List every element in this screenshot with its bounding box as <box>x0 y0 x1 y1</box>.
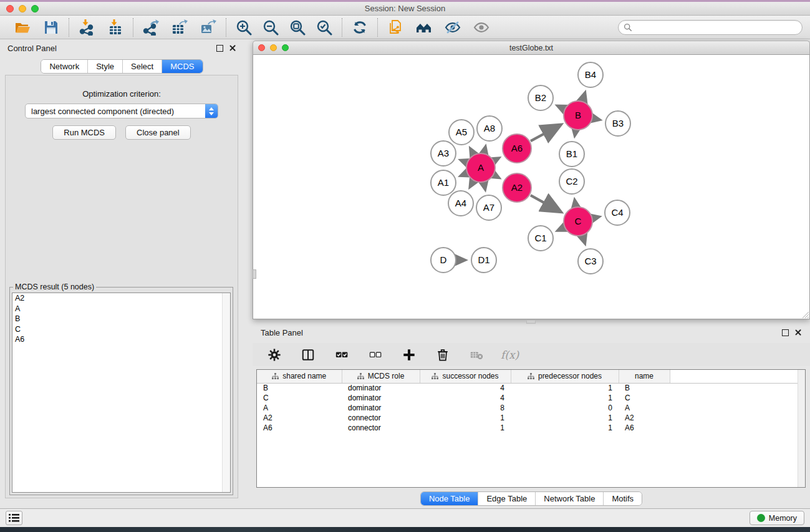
mcds-result-item[interactable]: C <box>12 324 230 335</box>
graph-node-A7[interactable]: A7 <box>476 195 501 220</box>
function-builder-button[interactable]: f(x) <box>501 349 519 361</box>
node-table[interactable]: shared nameMCDS rolesuccessor nodesprede… <box>256 369 806 488</box>
import-network-button[interactable] <box>77 18 96 37</box>
run-mcds-button[interactable]: Run MCDS <box>52 125 116 140</box>
table-cell[interactable]: 1 <box>420 413 511 423</box>
tab-edge-table[interactable]: Edge Table <box>478 492 536 505</box>
horizontal-scrollbar-thumb[interactable] <box>526 320 536 324</box>
memory-status-button[interactable]: Memory <box>750 511 804 525</box>
vertical-scrollbar-thumb[interactable] <box>253 269 256 279</box>
mcds-result-list[interactable]: A2ABCA6 <box>12 293 231 493</box>
global-search-field[interactable] <box>618 20 803 35</box>
tab-network-table[interactable]: Network Table <box>536 492 604 505</box>
network-canvas[interactable]: B4B2BB3A5A8A6B1A3AC2A1A2A4A7C4CC1C3DD1 <box>253 55 810 319</box>
graph-node-B3[interactable]: B3 <box>605 111 630 136</box>
graph-edge-C-C4[interactable] <box>593 216 599 218</box>
table-cell[interactable]: 1 <box>511 413 619 423</box>
graph-node-C2[interactable]: C2 <box>559 169 584 194</box>
scrollbar-track[interactable] <box>798 370 805 487</box>
table-cell[interactable]: C <box>619 393 670 403</box>
graph-node-C4[interactable]: C4 <box>605 200 630 225</box>
graph-node-D1[interactable]: D1 <box>471 248 496 273</box>
graph-edge-A-A1[interactable] <box>460 173 466 176</box>
graph-node-D[interactable]: D <box>431 248 456 273</box>
graph-edge-A-A2[interactable] <box>494 175 499 178</box>
apply-layout-button[interactable] <box>350 18 369 37</box>
graph-edge-A6-B[interactable] <box>531 125 561 141</box>
table-row[interactable]: A6connector11A6 <box>257 423 801 433</box>
mcds-result-item[interactable]: A6 <box>12 334 230 345</box>
graph-edge-A-A8[interactable] <box>484 146 485 152</box>
delete-table-button[interactable] <box>467 346 486 364</box>
graph-node-A5[interactable]: A5 <box>449 120 474 145</box>
window-resize-grip[interactable] <box>801 310 809 318</box>
graph-node-A[interactable]: A <box>466 153 495 182</box>
deselect-all-button[interactable] <box>366 346 385 364</box>
table-cell[interactable]: 1 <box>511 383 619 393</box>
graph-edge-A-A5[interactable] <box>470 148 473 154</box>
close-panel-icon[interactable] <box>229 44 236 52</box>
export-table-button[interactable] <box>170 18 189 37</box>
graph-edge-A-A6[interactable] <box>494 158 499 160</box>
tab-network[interactable]: Network <box>41 60 88 73</box>
network-graph[interactable]: B4B2BB3A5A8A6B1A3AC2A1A2A4A7C4CC1C3DD1 <box>253 55 809 319</box>
tab-node-table[interactable]: Node Table <box>421 492 479 505</box>
table-cell[interactable]: A <box>619 403 670 413</box>
graph-node-C[interactable]: C <box>564 207 592 236</box>
graph-edge-B-B1[interactable] <box>575 131 576 137</box>
task-history-button[interactable] <box>6 511 22 525</box>
export-network-button[interactable] <box>142 18 160 37</box>
graph-node-C3[interactable]: C3 <box>578 249 603 274</box>
table-cell[interactable]: B <box>619 383 670 393</box>
graph-edge-A-A4[interactable] <box>470 181 473 188</box>
tab-mcds[interactable]: MCDS <box>162 60 202 73</box>
graph-edge-B-B3[interactable] <box>593 118 600 120</box>
table-cell[interactable]: A <box>257 403 342 413</box>
tab-select[interactable]: Select <box>123 60 162 73</box>
open-file-button[interactable] <box>13 18 32 37</box>
graph-node-A4[interactable]: A4 <box>448 191 473 216</box>
split-columns-button[interactable] <box>299 346 317 364</box>
import-table-button[interactable] <box>106 18 125 37</box>
column-header-shared-name[interactable]: shared name <box>257 370 342 383</box>
zoom-in-button[interactable] <box>234 18 253 37</box>
graph-node-B2[interactable]: B2 <box>528 85 553 110</box>
table-cell[interactable]: connector <box>342 423 420 433</box>
network-window-titlebar[interactable]: testGlobe.txt <box>253 41 810 55</box>
zoom-out-button[interactable] <box>261 18 280 37</box>
graph-node-B1[interactable]: B1 <box>559 142 584 167</box>
table-row[interactable]: Bdominator41B <box>257 383 801 393</box>
graph-node-A6[interactable]: A6 <box>503 134 531 163</box>
graph-node-C1[interactable]: C1 <box>528 226 553 251</box>
mcds-result-item[interactable]: A2 <box>12 293 230 304</box>
zoom-fit-button[interactable] <box>288 18 307 37</box>
zoom-selected-button[interactable] <box>315 18 334 37</box>
export-image-button[interactable] <box>199 18 218 37</box>
graph-node-A1[interactable]: A1 <box>431 170 456 195</box>
graph-edge-C-C2[interactable] <box>574 200 576 206</box>
show-all-button[interactable] <box>472 18 491 37</box>
graph-edge-A-A3[interactable] <box>460 160 466 162</box>
column-header-successor-nodes[interactable]: successor nodes <box>420 370 511 383</box>
mcds-result-item[interactable]: A <box>12 304 230 314</box>
tab-motifs[interactable]: Motifs <box>604 492 642 505</box>
table-row[interactable]: A2connector11A2 <box>257 413 801 423</box>
column-header-predecessor-nodes[interactable]: predecessor nodes <box>511 370 619 383</box>
table-cell[interactable]: 0 <box>511 403 619 413</box>
float-panel-icon[interactable] <box>216 45 223 52</box>
new-network-button[interactable] <box>386 18 405 37</box>
column-header-name[interactable]: name <box>619 370 670 383</box>
table-cell[interactable]: B <box>257 383 342 393</box>
graph-node-B[interactable]: B <box>564 101 592 130</box>
hide-selected-button[interactable] <box>443 18 462 37</box>
table-row[interactable]: Cdominator41C <box>257 393 801 403</box>
close-table-panel-icon[interactable] <box>794 329 802 336</box>
table-cell[interactable]: dominator <box>342 403 420 413</box>
table-cell[interactable]: A6 <box>619 423 670 433</box>
graph-edge-C-C1[interactable] <box>557 228 564 231</box>
table-cell[interactable]: 4 <box>420 393 511 403</box>
graph-node-A2[interactable]: A2 <box>503 173 531 202</box>
float-table-panel-icon[interactable] <box>782 329 789 336</box>
search-input[interactable] <box>635 22 797 32</box>
graph-node-B4[interactable]: B4 <box>578 62 603 87</box>
